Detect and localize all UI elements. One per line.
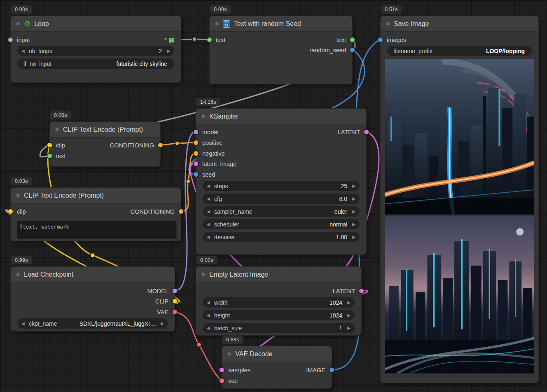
- input-slot-samples[interactable]: samples: [222, 366, 250, 375]
- filename-prefix-widget[interactable]: filename_prefix LOOP/looping: [387, 46, 532, 56]
- output-slot-vae[interactable]: VAE: [157, 308, 175, 317]
- slot-dot-seed[interactable]: [194, 172, 198, 177]
- reroute-dot[interactable]: [91, 253, 95, 258]
- node-loop[interactable]: 0.00s ♻ Loop input * ▦ ◀ nb_loops 2 ▶ if…: [10, 16, 181, 83]
- input-slot-positive[interactable]: positive: [196, 138, 222, 147]
- graph-canvas[interactable]: 0.00s ♻ Loop input * ▦ ◀ nb_loops 2 ▶ if…: [0, 0, 547, 392]
- node-vae-decode[interactable]: 0.88s VAE Decode samples vae IMAGE: [222, 346, 332, 389]
- cfg-widget[interactable]: ◀ cfg 8.0 ▶: [203, 194, 360, 204]
- input-slot-model[interactable]: model: [196, 128, 219, 137]
- input-slot-input[interactable]: input: [11, 35, 30, 44]
- slot-dot-positive[interactable]: [194, 140, 198, 145]
- node-header[interactable]: CLIP Text Encode (Prompt): [11, 188, 181, 203]
- collapse-dot[interactable]: [16, 193, 20, 198]
- slot-dot-vae[interactable]: [173, 310, 177, 314]
- decrement-arrow[interactable]: ◀: [207, 196, 212, 201]
- reroute-dot[interactable]: [192, 37, 196, 41]
- grid-output-icon[interactable]: ▦: [169, 37, 175, 43]
- output-slot-model[interactable]: MODEL: [147, 287, 175, 296]
- slot-dot-clip[interactable]: [8, 209, 13, 214]
- steps-widget[interactable]: ◀ steps 25 ▶: [203, 181, 360, 191]
- slot-dot-model[interactable]: [173, 289, 177, 293]
- increment-arrow[interactable]: ▶: [350, 196, 355, 201]
- decrement-arrow[interactable]: ◀: [207, 184, 212, 188]
- slot-dot-latent[interactable]: [359, 289, 364, 293]
- slot-dot-conditioning[interactable]: [179, 209, 183, 214]
- scheduler-widget[interactable]: ◀ scheduler normal ▶: [203, 219, 360, 229]
- input-slot-vae[interactable]: vae: [222, 376, 238, 385]
- input-slot-latent-image[interactable]: latent_image: [196, 159, 236, 168]
- node-clip-encode-positive[interactable]: 0.06s CLIP Text Encode (Prompt) clip tex…: [49, 121, 161, 167]
- slot-dot-image[interactable]: [330, 368, 334, 372]
- decrement-arrow[interactable]: ◀: [207, 326, 212, 330]
- width-widget[interactable]: ◀ width 1024 ▶: [203, 297, 355, 308]
- output-slot-image[interactable]: IMAGE: [306, 366, 332, 375]
- slot-dot-conditioning[interactable]: [158, 143, 163, 147]
- node-load-checkpoint[interactable]: 0.99s Load Checkpoint MODEL CLIP VAE ◀ c…: [10, 266, 175, 331]
- slot-dot-text-out[interactable]: [350, 37, 355, 42]
- ckpt-name-widget[interactable]: ◀ ckpt_name SDXL/juggernautXL_juggXI… ▶: [17, 318, 168, 329]
- if-no-input-widget[interactable]: if_no_input futuristic city skyline: [17, 58, 174, 69]
- input-slot-clip[interactable]: clip: [11, 207, 26, 216]
- increment-arrow[interactable]: ▶: [350, 235, 355, 239]
- collapse-dot[interactable]: [55, 127, 59, 132]
- output-slot-random-seed[interactable]: random_seed: [309, 46, 352, 55]
- reroute-dot[interactable]: [175, 141, 179, 145]
- input-slot-clip[interactable]: clip: [50, 141, 65, 150]
- increment-arrow[interactable]: ▶: [345, 326, 351, 330]
- output-slot-latent[interactable]: LATENT: [337, 128, 366, 137]
- node-header[interactable]: Save Image: [381, 16, 538, 32]
- height-widget[interactable]: ◀ height 1024 ▶: [203, 310, 355, 320]
- node-empty-latent-image[interactable]: 0.00s Empty Latent Image LATENT ◀ width …: [196, 266, 362, 336]
- slot-dot-samples[interactable]: [220, 368, 224, 372]
- output-slot-conditioning[interactable]: CONDITIONING: [110, 141, 160, 150]
- decrement-arrow[interactable]: ◀: [207, 313, 212, 317]
- input-slot-text[interactable]: text: [210, 35, 225, 44]
- increment-arrow[interactable]: ▶: [350, 222, 355, 226]
- slot-dot-model[interactable]: [194, 130, 198, 134]
- node-text-random-seed[interactable]: 0.00s 12 34 Text with random Seed text t…: [209, 16, 353, 84]
- node-save-image[interactable]: 0.51s Save Image images filename_prefix …: [380, 16, 539, 383]
- node-header[interactable]: ♻ Loop: [11, 16, 181, 32]
- node-header[interactable]: VAE Decode: [222, 346, 332, 362]
- slot-dot-input[interactable]: [8, 37, 13, 42]
- collapse-dot[interactable]: [227, 352, 231, 356]
- collapse-dot[interactable]: [215, 21, 219, 26]
- reroute-dot[interactable]: [197, 343, 201, 347]
- output-slot-any[interactable]: * ▦: [164, 35, 181, 44]
- input-slot-images[interactable]: images: [381, 35, 406, 44]
- sampler-name-widget[interactable]: ◀ sampler_name euler ▶: [203, 206, 360, 217]
- reroute-dot[interactable]: [186, 179, 190, 183]
- node-ksampler[interactable]: 14.16s KSampler model positive negative …: [196, 108, 367, 255]
- output-slot-conditioning[interactable]: CONDITIONING: [131, 207, 181, 216]
- slot-dot-random-seed[interactable]: [350, 48, 355, 52]
- collapse-dot[interactable]: [386, 21, 390, 26]
- node-clip-encode-negative[interactable]: 0.03s CLIP Text Encode (Prompt) clip CON…: [10, 187, 181, 241]
- input-slot-seed[interactable]: seed: [196, 170, 215, 179]
- increment-arrow[interactable]: ▶: [345, 300, 351, 305]
- output-slot-latent[interactable]: LATENT: [332, 287, 361, 296]
- batch-size-widget[interactable]: ◀ batch_size 1 ▶: [203, 323, 355, 333]
- decrement-arrow[interactable]: ◀: [207, 300, 212, 305]
- increment-arrow[interactable]: ▶: [350, 184, 355, 188]
- node-header[interactable]: Load Checkpoint: [11, 267, 175, 282]
- increment-arrow[interactable]: ▶: [165, 49, 170, 53]
- slot-dot-latent[interactable]: [364, 130, 369, 134]
- input-slot-negative[interactable]: negative: [196, 149, 225, 158]
- slot-dot-negative[interactable]: [194, 151, 198, 156]
- decrement-arrow[interactable]: ◀: [207, 209, 212, 214]
- slot-dot-text[interactable]: [207, 37, 212, 42]
- slot-dot-vae[interactable]: [220, 378, 224, 383]
- decrement-arrow[interactable]: ◀: [207, 235, 212, 239]
- node-header[interactable]: CLIP Text Encode (Prompt): [50, 122, 160, 138]
- collapse-dot[interactable]: [201, 272, 206, 277]
- decrement-arrow[interactable]: ◀: [21, 49, 27, 53]
- previous-arrow[interactable]: ◀: [21, 321, 27, 326]
- collapse-dot[interactable]: [201, 114, 206, 119]
- nb-loops-widget[interactable]: ◀ nb_loops 2 ▶: [17, 46, 174, 56]
- slot-dot-latent-image[interactable]: [194, 161, 198, 166]
- collapse-dot[interactable]: [16, 272, 20, 277]
- next-arrow[interactable]: ▶: [159, 321, 164, 326]
- prompt-textarea[interactable]: text, watermark: [17, 221, 177, 239]
- slot-dot-images[interactable]: [378, 37, 383, 42]
